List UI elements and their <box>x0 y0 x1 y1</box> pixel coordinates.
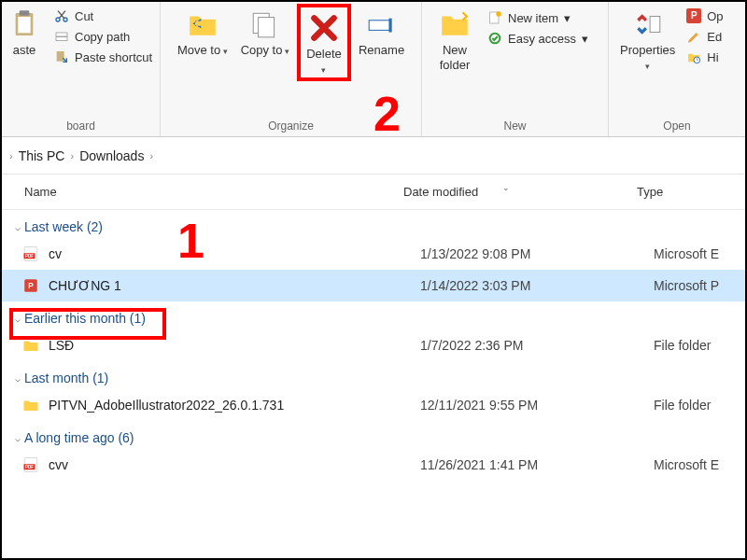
svg-point-13 <box>496 11 500 16</box>
file-name: PITVN_AdobeIllustrator2022_26.0.1.731 <box>49 398 420 413</box>
file-row[interactable]: PDFcvv11/26/2021 1:41 PMMicrosoft E <box>2 449 745 481</box>
breadcrumb[interactable]: › This PC › Downloads › <box>2 137 745 175</box>
new-folder-label: New folder <box>433 43 476 72</box>
ribbon: aste Cut Copy path Paste shortcut board <box>2 2 745 137</box>
breadcrumb-downloads[interactable]: Downloads <box>79 148 144 163</box>
easy-access-label: Easy access <box>508 32 576 46</box>
group-header[interactable]: ⌵A long time ago (6) <box>2 421 745 449</box>
move-to-button[interactable]: Move to ▾ <box>172 4 233 60</box>
column-headers: Name ⌄ Date modified Type <box>2 175 745 210</box>
column-date-label: Date modified <box>403 185 478 199</box>
pdf-icon: PDF <box>22 456 39 473</box>
file-name: LSĐ <box>49 338 420 353</box>
chevron-down-icon: ⌵ <box>15 433 21 443</box>
file-date: 1/13/2022 9:08 PM <box>420 246 654 261</box>
group-header[interactable]: ⌵Last week (2) <box>2 210 745 238</box>
dropdown-icon: ▾ <box>564 11 571 25</box>
delete-button[interactable]: Delete▾ <box>297 4 351 81</box>
column-name[interactable]: Name <box>24 185 403 199</box>
svg-text:PDF: PDF <box>25 465 34 469</box>
group-header[interactable]: ⌵Last month (1) <box>2 361 745 389</box>
ppt-icon: P <box>22 277 39 294</box>
new-folder-button[interactable]: New folder <box>428 4 482 74</box>
svg-rect-11 <box>388 19 391 33</box>
dropdown-icon: ▾ <box>582 32 588 46</box>
new-item-icon <box>487 10 502 25</box>
svg-rect-1 <box>18 17 30 33</box>
file-date: 1/14/2022 3:03 PM <box>420 278 654 293</box>
file-name: cv <box>49 246 420 261</box>
file-date: 11/26/2021 1:41 PM <box>420 457 654 472</box>
properties-icon <box>631 7 665 41</box>
chevron-down-icon: ⌵ <box>15 222 21 232</box>
cut-button[interactable]: Cut <box>52 7 154 24</box>
file-row[interactable]: LSĐ1/7/2022 2:36 PMFile folder <box>2 329 745 361</box>
file-row[interactable]: PDFcv1/13/2022 9:08 PMMicrosoft E <box>2 238 745 270</box>
file-type: Microsoft P <box>654 278 745 293</box>
history-icon <box>686 49 701 64</box>
properties-button[interactable]: Properties▾ <box>614 4 681 74</box>
svg-rect-15 <box>650 17 660 33</box>
svg-rect-6 <box>56 37 67 41</box>
pdf-icon: PDF <box>22 245 39 262</box>
rename-icon <box>365 7 399 41</box>
file-row[interactable]: PITVN_AdobeIllustrator2022_26.0.1.73112/… <box>2 389 745 421</box>
group-title: A long time ago (6) <box>24 430 134 445</box>
new-item-label: New item <box>508 11 558 25</box>
open-button[interactable]: P Op <box>684 7 725 24</box>
properties-label: Properties <box>620 43 675 57</box>
new-item-button[interactable]: New item ▾ <box>486 9 590 26</box>
file-type: File folder <box>654 338 745 353</box>
copy-to-icon <box>248 7 282 41</box>
file-name: CHƯƠNG 1 <box>49 278 420 293</box>
powerpoint-icon: P <box>686 8 701 23</box>
clipboard-icon <box>7 7 41 41</box>
group-title: Earlier this month (1) <box>24 311 146 326</box>
svg-rect-10 <box>369 21 390 31</box>
easy-access-button[interactable]: Easy access ▾ <box>486 30 590 47</box>
ribbon-group-clipboard: aste Cut Copy path Paste shortcut board <box>2 2 161 136</box>
svg-text:PDF: PDF <box>25 254 34 259</box>
folder-icon <box>22 397 39 413</box>
file-date: 12/11/2021 9:55 PM <box>420 398 654 413</box>
chevron-down-icon: ⌵ <box>15 314 21 324</box>
copy-path-button[interactable]: Copy path <box>52 28 154 45</box>
edit-button[interactable]: Ed <box>684 28 725 45</box>
column-type[interactable]: Type <box>637 185 745 199</box>
column-date-modified[interactable]: ⌄ Date modified <box>403 185 637 199</box>
paste-shortcut-icon <box>54 49 69 64</box>
paste-shortcut-button[interactable]: Paste shortcut <box>52 49 154 65</box>
move-to-label: Move to <box>177 43 220 57</box>
history-button[interactable]: Hi <box>684 49 725 65</box>
group-header[interactable]: ⌵Earlier this month (1) <box>2 301 745 329</box>
copy-path-label: Copy path <box>75 30 130 44</box>
copy-path-icon <box>54 29 69 44</box>
rename-button[interactable]: Rename <box>353 4 410 60</box>
file-type: Microsoft E <box>654 246 745 261</box>
chevron-down-icon: ⌵ <box>15 373 21 384</box>
file-name: cvv <box>49 457 420 472</box>
sort-indicator-icon: ⌄ <box>502 183 510 192</box>
group-title: Last month (1) <box>24 371 108 385</box>
delete-label: Delete <box>306 47 342 61</box>
cut-label: Cut <box>75 9 93 23</box>
copy-to-button[interactable]: Copy to ▾ <box>235 4 295 60</box>
file-type: File folder <box>654 398 745 413</box>
folder-icon <box>22 337 39 354</box>
scissors-icon <box>54 8 69 23</box>
breadcrumb-this-pc[interactable]: This PC <box>19 148 65 163</box>
ribbon-group-open: Properties▾ P Op Ed Hi Open <box>609 2 745 136</box>
open-label: Op <box>707 9 723 23</box>
annotation-1: 1 <box>177 217 204 265</box>
delete-x-icon <box>307 11 341 45</box>
file-row[interactable]: PCHƯƠNG 11/14/2022 3:03 PMMicrosoft P <box>2 270 745 301</box>
rename-label: Rename <box>359 43 404 58</box>
new-group-label: New <box>422 119 608 133</box>
group-title: Last week (2) <box>24 219 103 234</box>
easy-access-icon <box>487 31 502 46</box>
history-label: Hi <box>707 50 718 64</box>
file-list: ⌵Last week (2)PDFcv1/13/2022 9:08 PMMicr… <box>2 210 745 481</box>
open-group-label: Open <box>609 119 745 133</box>
paste-button[interactable]: aste <box>7 4 47 65</box>
ribbon-group-new: New folder New item ▾ Easy access ▾ New <box>422 2 609 136</box>
